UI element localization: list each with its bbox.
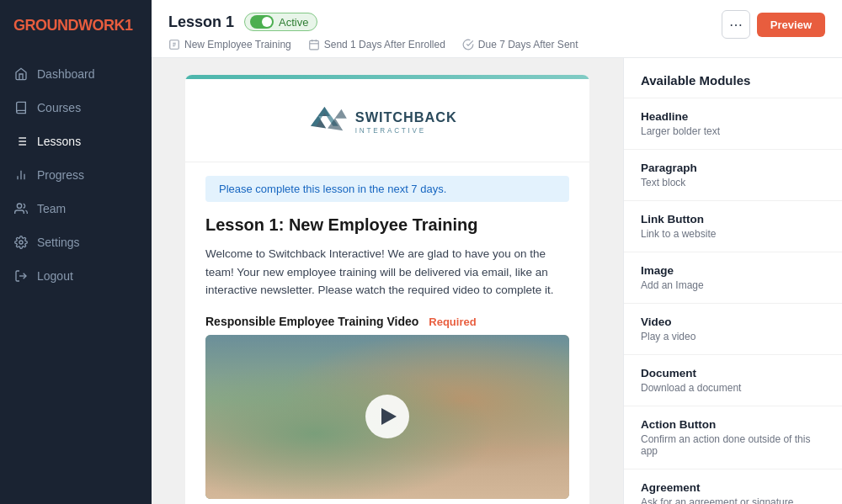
calendar-icon xyxy=(308,39,320,50)
send-schedule: Send 1 Days After Enrolled xyxy=(308,39,445,50)
due-label: Due 7 Days After Sent xyxy=(478,39,578,50)
module-name: Video xyxy=(641,316,825,328)
modules-title: Available Modules xyxy=(624,58,842,98)
lesson-editor: SWITCHBACK INTERACTIVE Please complete t… xyxy=(152,58,623,504)
module-name: Paragraph xyxy=(641,162,825,174)
svg-text:SWITCHBACK: SWITCHBACK xyxy=(355,109,457,125)
module-item-video[interactable]: VideoPlay a video xyxy=(624,304,842,355)
users-icon xyxy=(13,201,29,216)
module-item-paragraph[interactable]: ParagraphText block xyxy=(624,150,842,201)
sidebar-item-label: Courses xyxy=(37,101,81,114)
module-desc: Confirm an action done outside of this a… xyxy=(641,433,825,457)
breadcrumb-course: New Employee Training xyxy=(168,39,291,50)
preview-button[interactable]: Preview xyxy=(757,13,825,37)
alert-text: Please complete this lesson in the next … xyxy=(219,183,446,195)
page-header: Lesson 1 Active ⋯ Preview New Employee T… xyxy=(152,0,842,58)
content-area: SWITCHBACK INTERACTIVE Please complete t… xyxy=(152,58,842,504)
play-button[interactable] xyxy=(365,395,409,438)
logo-text: GROUNDWORK xyxy=(13,17,125,34)
sidebar: GROUNDWORK1 Dashboard Courses Lessons Pr… xyxy=(0,0,152,504)
module-name: Agreement xyxy=(641,481,825,494)
module-item-headline[interactable]: HeadlineLarger bolder text xyxy=(624,98,842,150)
lesson-logo-area: SWITCHBACK INTERACTIVE xyxy=(185,79,589,162)
modules-panel: Available Modules HeadlineLarger bolder … xyxy=(623,58,842,504)
course-name: New Employee Training xyxy=(184,39,291,50)
sidebar-nav: Dashboard Courses Lessons Progress Team xyxy=(0,51,152,299)
svg-text:INTERACTIVE: INTERACTIVE xyxy=(355,127,426,135)
book-icon xyxy=(13,100,29,115)
toggle-switch[interactable] xyxy=(250,15,274,29)
svg-rect-13 xyxy=(309,40,318,50)
lesson-intro: Welcome to Switchback Interactive! We ar… xyxy=(205,245,569,300)
sidebar-item-lessons[interactable]: Lessons xyxy=(0,125,152,157)
lesson-main-title: Lesson 1: New Employee Training xyxy=(205,215,569,235)
chart-icon xyxy=(13,167,29,183)
status-label: Active xyxy=(279,16,308,29)
module-desc: Text block xyxy=(641,177,825,188)
video-required-badge: Required xyxy=(429,316,476,328)
module-name: Document xyxy=(641,367,825,379)
app-logo: GROUNDWORK1 xyxy=(0,0,152,51)
checkmark-icon xyxy=(462,39,474,50)
module-desc: Add an Image xyxy=(641,279,825,291)
module-item-image[interactable]: ImageAdd an Image xyxy=(624,252,842,304)
home-icon xyxy=(13,66,29,82)
sidebar-item-label: Settings xyxy=(37,236,80,249)
svg-point-10 xyxy=(19,241,23,244)
header-meta: New Employee Training Send 1 Days After … xyxy=(168,39,825,50)
module-item-document[interactable]: DocumentDownload a document xyxy=(624,355,842,406)
sidebar-item-team[interactable]: Team xyxy=(0,193,152,225)
sidebar-item-courses[interactable]: Courses xyxy=(0,92,152,124)
lesson-card: SWITCHBACK INTERACTIVE Please complete t… xyxy=(185,75,589,504)
main-area: Lesson 1 Active ⋯ Preview New Employee T… xyxy=(152,0,842,504)
module-item-link-button[interactable]: Link ButtonLink to a website xyxy=(624,201,842,252)
course-icon xyxy=(168,39,180,50)
module-desc: Larger bolder text xyxy=(641,125,825,137)
lesson-body: Lesson 1: New Employee Training Welcome … xyxy=(185,215,589,504)
sidebar-item-progress[interactable]: Progress xyxy=(0,159,152,191)
video-thumbnail[interactable] xyxy=(205,335,569,499)
module-item-agreement[interactable]: AgreementAsk for an agreement or signatu… xyxy=(624,470,842,504)
sidebar-item-label: Progress xyxy=(37,168,84,182)
sidebar-item-label: Dashboard xyxy=(37,67,95,81)
sidebar-item-label: Lessons xyxy=(37,135,81,148)
send-label: Send 1 Days After Enrolled xyxy=(324,39,445,50)
lesson-alert: Please complete this lesson in the next … xyxy=(205,176,569,202)
play-icon xyxy=(381,408,397,425)
header-actions: ⋯ Preview xyxy=(722,10,825,39)
sidebar-item-dashboard[interactable]: Dashboard xyxy=(0,58,152,90)
sidebar-item-label: Logout xyxy=(37,269,73,283)
modules-list: HeadlineLarger bolder textParagraphText … xyxy=(624,98,842,504)
switchback-logo: SWITCHBACK INTERACTIVE xyxy=(303,99,472,141)
sidebar-item-label: Team xyxy=(37,202,66,215)
module-name: Action Button xyxy=(641,418,825,431)
sidebar-item-settings[interactable]: Settings xyxy=(0,226,152,258)
module-desc: Link to a website xyxy=(641,228,825,240)
module-desc: Play a video xyxy=(641,331,825,342)
logo-accent: 1 xyxy=(125,17,133,34)
module-name: Link Button xyxy=(641,213,825,225)
logout-icon xyxy=(13,268,29,284)
more-options-button[interactable]: ⋯ xyxy=(722,10,750,39)
video-section-label: Responsible Employee Training Video Requ… xyxy=(205,315,569,328)
gear-icon xyxy=(13,235,29,250)
lesson-title: Lesson 1 xyxy=(168,13,234,31)
due-schedule: Due 7 Days After Sent xyxy=(462,39,578,50)
module-name: Image xyxy=(641,264,825,277)
svg-point-9 xyxy=(17,204,21,208)
sidebar-item-logout[interactable]: Logout xyxy=(0,260,152,292)
module-name: Headline xyxy=(641,110,825,123)
list-icon xyxy=(13,134,29,149)
module-desc: Download a document xyxy=(641,382,825,394)
status-badge: Active xyxy=(244,13,317,31)
module-desc: Ask for an agreement or signature xyxy=(641,496,825,504)
module-item-action-button[interactable]: Action ButtonConfirm an action done outs… xyxy=(624,406,842,470)
